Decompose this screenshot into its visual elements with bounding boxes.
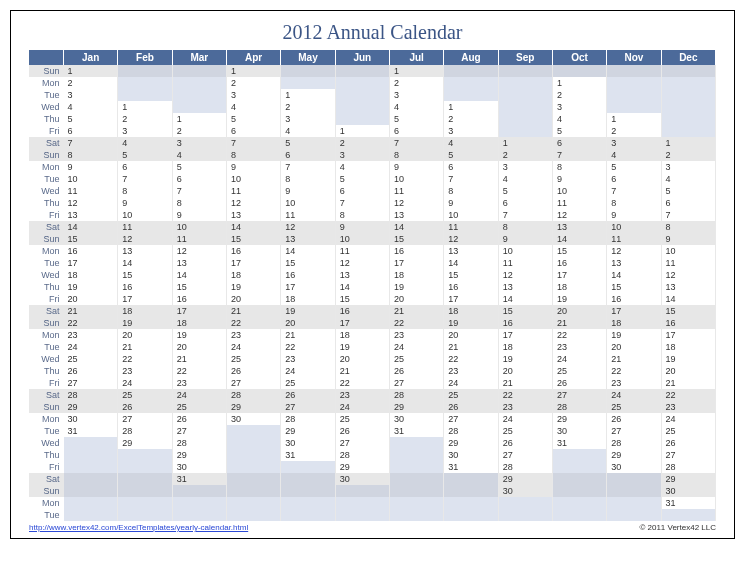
day-cell: 24 bbox=[335, 401, 389, 413]
day-cell bbox=[118, 497, 172, 509]
day-cell: 12 bbox=[172, 245, 226, 257]
table-row: Sun221918222017221916211816 bbox=[29, 317, 716, 329]
day-cell: 8 bbox=[498, 221, 552, 233]
day-cell: 8 bbox=[335, 209, 389, 221]
day-cell bbox=[118, 449, 172, 461]
day-cell: 30 bbox=[172, 461, 226, 473]
day-cell bbox=[607, 497, 661, 509]
day-cell: 6 bbox=[389, 125, 443, 137]
day-cell: 3 bbox=[552, 101, 606, 113]
day-cell: 28 bbox=[335, 449, 389, 461]
day-cell: 10 bbox=[118, 209, 172, 221]
day-cell: 5 bbox=[172, 161, 226, 173]
day-cell: 17 bbox=[226, 257, 280, 269]
day-cell: 5 bbox=[226, 113, 280, 125]
day-cell: 23 bbox=[64, 329, 118, 341]
day-cell bbox=[281, 485, 335, 497]
day-cell bbox=[607, 77, 661, 89]
day-cell: 29 bbox=[607, 449, 661, 461]
day-cell: 6 bbox=[661, 197, 715, 209]
day-cell: 19 bbox=[552, 293, 606, 305]
day-cell: 14 bbox=[498, 293, 552, 305]
day-cell: 24 bbox=[444, 377, 498, 389]
day-cell: 14 bbox=[226, 221, 280, 233]
day-cell: 23 bbox=[281, 353, 335, 365]
day-cell: 16 bbox=[389, 245, 443, 257]
day-cell: 29 bbox=[335, 461, 389, 473]
dow-label: Thu bbox=[29, 281, 64, 293]
day-cell: 16 bbox=[552, 257, 606, 269]
day-cell: 14 bbox=[118, 257, 172, 269]
day-cell bbox=[172, 77, 226, 89]
dow-label: Sat bbox=[29, 473, 64, 485]
day-cell: 13 bbox=[335, 269, 389, 281]
day-cell: 17 bbox=[552, 269, 606, 281]
day-cell bbox=[226, 497, 280, 509]
day-cell: 14 bbox=[552, 233, 606, 245]
day-cell: 7 bbox=[226, 137, 280, 149]
day-cell: 23 bbox=[226, 329, 280, 341]
day-cell bbox=[661, 101, 715, 113]
month-header-dec: Dec bbox=[661, 50, 715, 65]
table-row: Thu29312830272927 bbox=[29, 449, 716, 461]
day-cell: 8 bbox=[607, 197, 661, 209]
day-cell: 1 bbox=[607, 113, 661, 125]
day-cell: 25 bbox=[552, 365, 606, 377]
dow-label: Sat bbox=[29, 389, 64, 401]
day-cell: 20 bbox=[281, 317, 335, 329]
day-cell: 27 bbox=[172, 425, 226, 437]
day-cell: 25 bbox=[64, 353, 118, 365]
dow-label: Fri bbox=[29, 293, 64, 305]
day-cell: 12 bbox=[607, 245, 661, 257]
day-cell bbox=[172, 485, 226, 497]
day-cell: 4 bbox=[226, 101, 280, 113]
month-header-apr: Apr bbox=[226, 50, 280, 65]
template-link[interactable]: http://www.vertex42.com/ExcelTemplates/y… bbox=[29, 523, 248, 532]
day-cell: 7 bbox=[389, 137, 443, 149]
dow-label: Sun bbox=[29, 65, 64, 77]
day-cell: 23 bbox=[335, 389, 389, 401]
day-cell: 20 bbox=[498, 365, 552, 377]
day-cell: 29 bbox=[281, 425, 335, 437]
day-cell: 16 bbox=[444, 281, 498, 293]
page-title: 2012 Annual Calendar bbox=[29, 21, 716, 44]
day-cell: 7 bbox=[118, 173, 172, 185]
day-cell: 13 bbox=[444, 245, 498, 257]
day-cell: 21 bbox=[552, 317, 606, 329]
table-row: Mon232019232118232017221917 bbox=[29, 329, 716, 341]
dow-label: Sun bbox=[29, 485, 64, 497]
day-cell: 5 bbox=[607, 161, 661, 173]
day-cell: 10 bbox=[172, 221, 226, 233]
day-cell: 14 bbox=[661, 293, 715, 305]
day-cell: 22 bbox=[444, 353, 498, 365]
day-cell: 29 bbox=[389, 401, 443, 413]
day-cell: 31 bbox=[389, 425, 443, 437]
day-cell bbox=[64, 473, 118, 485]
day-cell: 3 bbox=[335, 149, 389, 161]
table-row: Tue3128272926312825302725 bbox=[29, 425, 716, 437]
day-cell bbox=[172, 509, 226, 521]
dow-label: Thu bbox=[29, 197, 64, 209]
day-cell bbox=[498, 65, 552, 77]
dow-label: Wed bbox=[29, 185, 64, 197]
month-header-jan: Jan bbox=[64, 50, 118, 65]
day-cell: 7 bbox=[444, 173, 498, 185]
day-cell: 11 bbox=[226, 185, 280, 197]
day-cell: 2 bbox=[335, 137, 389, 149]
day-cell: 20 bbox=[64, 293, 118, 305]
table-row: Wed4142413 bbox=[29, 101, 716, 113]
day-cell: 26 bbox=[335, 425, 389, 437]
dow-label: Sat bbox=[29, 221, 64, 233]
day-cell: 22 bbox=[661, 389, 715, 401]
day-cell: 5 bbox=[281, 137, 335, 149]
day-cell: 15 bbox=[661, 305, 715, 317]
day-cell bbox=[661, 509, 715, 521]
day-cell: 13 bbox=[607, 257, 661, 269]
day-cell: 1 bbox=[552, 77, 606, 89]
day-cell: 29 bbox=[552, 413, 606, 425]
dow-label: Thu bbox=[29, 449, 64, 461]
day-cell: 26 bbox=[444, 401, 498, 413]
day-cell: 11 bbox=[498, 257, 552, 269]
day-cell: 15 bbox=[498, 305, 552, 317]
day-cell: 30 bbox=[661, 485, 715, 497]
